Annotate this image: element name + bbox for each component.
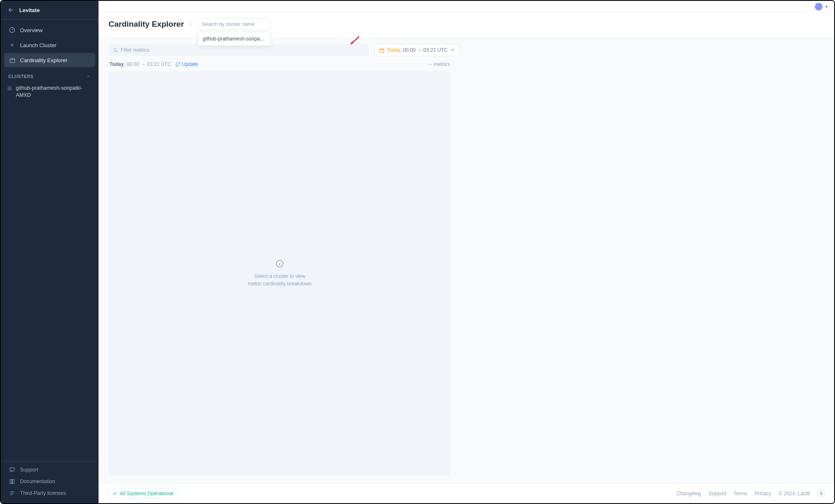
- chevron-up-icon: [86, 74, 91, 79]
- date-range-picker[interactable]: Today, 00:00 → 03:22 UTC ▼: [374, 44, 459, 56]
- chevron-down-icon: ▾: [825, 4, 827, 9]
- content-area: Today, 00:00 → 03:22 UTC ▼ Today, 00:00 …: [99, 38, 834, 484]
- sidebar-item-label: Overview: [20, 27, 43, 33]
- section-label: CLUSTERS: [8, 74, 33, 79]
- svg-rect-2: [10, 468, 15, 471]
- brand-label: Levitate: [19, 7, 40, 13]
- dropdown-item[interactable]: github-prathamesh-sonpatki-AMXD: [198, 32, 271, 45]
- sidebar-item-overview[interactable]: Overview: [4, 23, 95, 37]
- panel-today-label: Today: [109, 61, 124, 67]
- sidebar-header: Levitate: [1, 1, 99, 20]
- date-range-text: , 00:00 → 03:22 UTC: [400, 47, 448, 53]
- update-button[interactable]: Update: [175, 61, 198, 67]
- svg-rect-4: [380, 48, 384, 52]
- metrics-suffix: metrics: [433, 61, 450, 67]
- footer-item-label: Third-Party licenses: [20, 490, 66, 496]
- sidebar-item-cardinality-explorer[interactable]: Cardinality Explorer: [4, 53, 95, 67]
- date-range-today: Today: [387, 47, 400, 53]
- panel-header: Today, 00:00 → 03:22 UTC Update -- metri…: [109, 61, 451, 71]
- controls-row: Today, 00:00 → 03:22 UTC ▼: [109, 44, 459, 56]
- metrics-count: -- metrics: [428, 61, 450, 67]
- calendar-icon: [8, 56, 16, 64]
- sidebar-item-label: Launch Cluster: [20, 42, 56, 48]
- footer-item-label: Documentation: [20, 479, 55, 484]
- empty-line-1: Select a cluster to view: [248, 272, 311, 280]
- gauge-icon: [8, 26, 16, 34]
- book-icon: [8, 479, 16, 484]
- cluster-item[interactable]: github-prathamesh-sonpatki-AMXD: [1, 81, 99, 102]
- panel-range-text: , 00:00 → 03:22 UTC: [124, 61, 171, 67]
- avatar: [815, 3, 823, 11]
- support-link[interactable]: Support: [708, 491, 726, 496]
- footer-links: Changelog Support Terms Privacy © 2024, …: [677, 490, 825, 497]
- cluster-search-wrap: github-prathamesh-sonpatki-AMXD: [197, 18, 271, 30]
- empty-line-2: metric cardinality breakdown: [248, 280, 311, 287]
- privacy-link[interactable]: Privacy: [755, 491, 771, 496]
- filter-metrics-input[interactable]: [121, 47, 364, 53]
- copyright: © 2024, Last9: [779, 491, 810, 496]
- plus-icon: [8, 41, 16, 49]
- footer-item-documentation[interactable]: Documentation: [4, 476, 95, 487]
- back-arrow-icon[interactable]: [7, 6, 15, 14]
- refresh-icon: [175, 62, 180, 67]
- metrics-panel: Select a cluster to view metric cardinal…: [109, 71, 451, 475]
- sidebar-item-label: Cardinality Explorer: [20, 57, 67, 63]
- chevron-right-icon: [188, 22, 193, 27]
- sidebar-item-launch-cluster[interactable]: Launch Cluster: [4, 38, 95, 52]
- footer-item-label: Support: [20, 467, 38, 473]
- cluster-name: github-prathamesh-sonpatki-AMXD: [16, 85, 94, 99]
- svg-rect-1: [10, 58, 14, 63]
- list-icon: [8, 490, 16, 496]
- bottom-bar: All Systems Operational Changelog Suppor…: [99, 484, 834, 503]
- calendar-icon: [379, 48, 385, 53]
- filter-metrics-wrap[interactable]: [109, 44, 369, 56]
- info-icon: [248, 259, 311, 268]
- system-status[interactable]: All Systems Operational: [108, 488, 178, 499]
- sidebar: Levitate Overview Launch Cluster Cardina…: [1, 1, 99, 503]
- main: ▾ Cardinality Explorer github-prathamesh…: [99, 1, 834, 503]
- svg-point-3: [114, 48, 117, 52]
- footer-item-support[interactable]: Support: [4, 464, 95, 476]
- server-icon: [7, 86, 13, 91]
- clusters-section-header[interactable]: CLUSTERS: [1, 68, 99, 81]
- sidebar-footer: Support Documentation Third-Party licens…: [1, 461, 99, 503]
- caret-down-icon: ▼: [451, 48, 455, 52]
- page-title: Cardinality Explorer: [109, 20, 184, 29]
- cluster-search-input[interactable]: [197, 18, 271, 30]
- chat-icon: [8, 467, 16, 473]
- page-header: Cardinality Explorer github-prathamesh-s…: [99, 13, 834, 38]
- update-label: Update: [182, 61, 198, 67]
- topbar: ▾: [99, 1, 834, 13]
- sidebar-nav: Overview Launch Cluster Cardinality Expl…: [1, 20, 99, 68]
- check-icon: [112, 491, 117, 496]
- user-menu[interactable]: ▾: [815, 3, 827, 11]
- empty-state: Select a cluster to view metric cardinal…: [248, 259, 311, 287]
- brand-badge: 9: [817, 490, 825, 497]
- metrics-count-value: --: [428, 61, 433, 67]
- terms-link[interactable]: Terms: [734, 491, 747, 496]
- search-icon: [113, 48, 118, 53]
- cluster-search-dropdown: github-prathamesh-sonpatki-AMXD: [197, 32, 271, 46]
- changelog-link[interactable]: Changelog: [677, 491, 701, 496]
- footer-item-licenses[interactable]: Third-Party licenses: [4, 487, 95, 499]
- status-label: All Systems Operational: [120, 491, 173, 496]
